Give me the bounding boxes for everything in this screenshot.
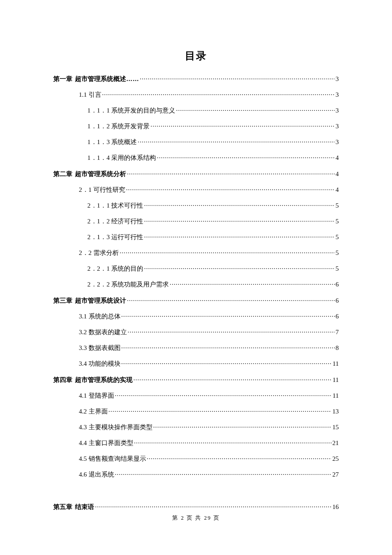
toc-entry-label: 2．1．3 运行可行性 xyxy=(87,234,143,240)
toc-entry: 第二章超市管理系统分析4 xyxy=(53,171,339,177)
toc-entry: 4.6 退出系统27 xyxy=(53,471,339,478)
toc-entry-label: 3.3 数据表截图 xyxy=(79,345,121,351)
toc-entry-label: 3.1 系统的总体 xyxy=(79,313,121,320)
page-footer: 第 2 页 共 29 页 xyxy=(0,514,392,522)
toc-entry: 2．1．3 运行可行性5 xyxy=(53,234,339,240)
toc-entry-label: 2．2．1 系统的目的 xyxy=(87,266,143,272)
toc-entry-page: 7 xyxy=(336,329,339,335)
toc-leader-dots xyxy=(115,393,332,399)
toc-entry: 第四章超市管理系统的实现11 xyxy=(53,376,339,383)
toc-leader-dots xyxy=(153,424,332,431)
toc-entry-label: 4.4 主窗口界面类型 xyxy=(79,440,133,446)
toc-entry-label: 超市管理系统概述…… xyxy=(75,75,139,82)
toc-chapter-prefix: 第三章 xyxy=(53,297,72,304)
toc-entry-page: 3 xyxy=(336,92,339,98)
toc-leader-dots xyxy=(144,234,334,240)
toc-entry: 2．1 可行性研究4 xyxy=(53,187,339,193)
toc-chapter-prefix: 第一章 xyxy=(53,75,72,82)
toc-leader-dots xyxy=(109,408,332,415)
toc-entry: 4.1 登陆界面11 xyxy=(53,393,339,399)
toc-entry-label: 1．1．2 系统开发背景 xyxy=(87,123,150,130)
toc-entry-page: 5 xyxy=(336,202,339,209)
toc-spacer xyxy=(53,487,339,503)
toc-entry: 4.2 主界面13 xyxy=(53,408,339,415)
toc-chapter-prefix: 第四章 xyxy=(53,376,72,383)
toc-entry: 2．1．1 技术可行性5 xyxy=(53,202,339,209)
toc-entry: 第三章超市管理系统设计6 xyxy=(53,297,339,304)
toc-entry-label: 超市管理系统的实现 xyxy=(75,376,133,383)
toc-entry-page: 21 xyxy=(332,440,339,446)
toc-entry: 第五章结束语16 xyxy=(53,503,339,510)
toc-entry: 2．2．1 系统的目的5 xyxy=(53,266,339,272)
toc-entry-page: 11 xyxy=(333,361,339,367)
toc-entry: 1．1．1 系统开发的目的与意义3 xyxy=(53,107,339,114)
toc-leader-dots xyxy=(134,440,332,446)
toc-entry-page: 8 xyxy=(336,345,339,351)
toc-entry-label: 2．1 可行性研究 xyxy=(79,187,125,193)
toc-entry-label: 4.3 主要模块操作界面类型 xyxy=(79,424,153,431)
toc-entry-page: 11 xyxy=(333,377,339,383)
toc-entry-page: 6 xyxy=(336,313,339,320)
toc-entry-page: 4 xyxy=(336,171,339,177)
toc-leader-dots xyxy=(115,471,332,478)
toc-leader-dots xyxy=(138,139,334,145)
toc-leader-dots xyxy=(150,123,334,130)
toc-entry-page: 13 xyxy=(332,408,339,415)
toc-leader-dots xyxy=(121,361,332,367)
toc-chapter-prefix: 第五章 xyxy=(53,503,72,510)
toc-entry-page: 4 xyxy=(336,187,339,193)
toc-entry-page: 25 xyxy=(332,456,339,462)
toc-entry-page: 3 xyxy=(336,123,339,130)
toc-entry-label: 结束语 xyxy=(75,503,94,510)
toc-chapter-prefix: 第二章 xyxy=(53,171,72,177)
toc-leader-dots xyxy=(144,218,334,225)
toc-entry: 2．2．2 系统功能及用户需求6 xyxy=(53,281,339,288)
toc-leader-dots xyxy=(127,298,335,304)
toc-leader-dots xyxy=(121,313,335,320)
toc-entry: 第一章超市管理系统概述……3 xyxy=(53,75,339,82)
toc-entry-page: 5 xyxy=(336,250,339,256)
toc-leader-dots xyxy=(128,329,335,335)
toc-entry: 1．1．4 采用的体系结构4 xyxy=(53,155,339,161)
toc-entry-label: 4.1 登陆界面 xyxy=(79,393,114,399)
toc-entry-label: 2．1．2 经济可行性 xyxy=(87,218,143,225)
toc-entry-page: 6 xyxy=(336,281,339,288)
toc-entry-label: 1．1．4 采用的体系结构 xyxy=(87,155,156,161)
toc-entry: 4.4 主窗口界面类型21 xyxy=(53,440,339,446)
toc-leader-dots xyxy=(126,187,335,193)
toc-title: 目录 xyxy=(53,49,339,63)
toc-entry: 1．1．3 系统概述3 xyxy=(53,139,339,145)
toc-entry-page: 3 xyxy=(336,76,339,82)
toc-entry-page: 15 xyxy=(332,424,339,431)
toc-entry-page: 3 xyxy=(336,139,339,145)
toc-leader-dots xyxy=(147,456,332,462)
toc-entry-page: 5 xyxy=(336,266,339,272)
toc-entry-label: 2．1．1 技术可行性 xyxy=(87,202,143,209)
toc-entry-label: 3.4 功能的模块 xyxy=(79,361,121,367)
toc-leader-dots xyxy=(144,266,334,272)
toc-container: 第一章超市管理系统概述……31.1 引言31．1．1 系统开发的目的与意义31．… xyxy=(53,75,339,510)
toc-entry-page: 27 xyxy=(332,471,339,478)
toc-leader-dots xyxy=(102,92,335,98)
toc-entry: 1.1 引言3 xyxy=(53,92,339,98)
toc-entry: 3.2 数据表的建立7 xyxy=(53,329,339,335)
toc-leader-dots xyxy=(140,76,335,82)
toc-leader-dots xyxy=(176,107,334,114)
toc-entry: 1．1．2 系统开发背景3 xyxy=(53,123,339,130)
toc-entry-page: 3 xyxy=(336,107,339,114)
toc-entry: 2．1．2 经济可行性5 xyxy=(53,218,339,225)
toc-entry: 3.4 功能的模块11 xyxy=(53,361,339,367)
toc-entry-label: 4.2 主界面 xyxy=(79,408,108,415)
toc-entry-label: 4.5 销售额查询结果显示 xyxy=(79,456,146,462)
toc-entry-page: 4 xyxy=(336,155,339,161)
page-content: 目录 第一章超市管理系统概述……31.1 引言31．1．1 系统开发的目的与意义… xyxy=(0,0,392,510)
toc-entry: 4.3 主要模块操作界面类型15 xyxy=(53,424,339,431)
toc-entry: 2．2 需求分析5 xyxy=(53,250,339,256)
toc-leader-dots xyxy=(120,250,335,256)
toc-entry-label: 1.1 引言 xyxy=(79,92,101,98)
toc-entry-label: 超市管理系统分析 xyxy=(75,171,126,177)
toc-entry-page: 16 xyxy=(332,504,339,510)
toc-entry-label: 1．1．1 系统开发的目的与意义 xyxy=(87,107,175,114)
toc-entry-label: 2．2 需求分析 xyxy=(79,250,119,256)
toc-leader-dots xyxy=(121,345,335,351)
